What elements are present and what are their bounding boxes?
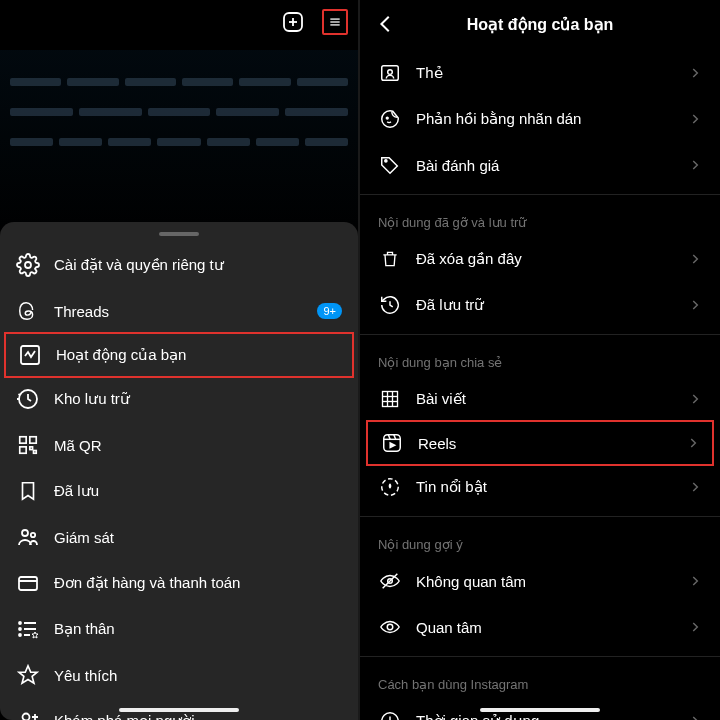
chevron-right-icon — [688, 620, 702, 634]
star-icon — [16, 663, 40, 687]
trash-icon — [378, 247, 402, 271]
svg-point-26 — [23, 714, 30, 721]
menu-item-archive[interactable]: Kho lưu trữ — [0, 376, 358, 422]
svg-point-32 — [385, 160, 387, 162]
section-header: Nội dung bạn chia sẻ — [360, 341, 720, 376]
menu-item-supervision[interactable]: Giám sát — [0, 514, 358, 560]
home-indicator — [480, 708, 600, 712]
svg-rect-16 — [19, 577, 37, 590]
svg-point-30 — [388, 70, 393, 75]
row-label: Đã xóa gần đây — [416, 250, 674, 268]
activity-scroll[interactable]: Thẻ Phản hồi bằng nhãn dán Bài đánh giá … — [360, 50, 720, 720]
svg-point-46 — [387, 624, 393, 630]
chevron-right-icon — [688, 480, 702, 494]
svg-rect-29 — [382, 66, 399, 81]
row-label: Đã lưu trữ — [416, 296, 674, 314]
gear-icon — [16, 253, 40, 277]
tag-icon — [378, 153, 402, 177]
reels-icon — [380, 431, 404, 455]
highlight-icon — [378, 475, 402, 499]
svg-marker-24 — [32, 632, 38, 638]
sheet-handle[interactable] — [159, 232, 199, 236]
clock-icon — [378, 709, 402, 720]
menu-label: Đơn đặt hàng và thanh toán — [54, 574, 342, 592]
chevron-right-icon — [688, 298, 702, 312]
eye-off-icon — [378, 569, 402, 593]
svg-point-22 — [19, 628, 21, 630]
divider — [360, 516, 720, 517]
menu-label: Cài đặt và quyền riêng tư — [54, 256, 342, 274]
menu-item-qr-code[interactable]: Mã QR — [0, 422, 358, 468]
menu-item-favorites[interactable]: Yêu thích — [0, 652, 358, 698]
menu-item-settings-privacy[interactable]: Cài đặt và quyền riêng tư — [0, 242, 358, 288]
add-person-icon — [16, 709, 40, 720]
svg-rect-33 — [383, 392, 398, 407]
svg-point-23 — [19, 634, 21, 636]
menu-label: Kho lưu trữ — [54, 390, 342, 408]
row-label: Thẻ — [416, 64, 674, 82]
back-button[interactable] — [372, 10, 400, 38]
menu-item-orders-payments[interactable]: Đơn đặt hàng và thanh toán — [0, 560, 358, 606]
history-icon — [378, 293, 402, 317]
activity-item-highlights[interactable]: Tin nổi bật — [360, 464, 720, 510]
activity-item-recently-deleted[interactable]: Đã xóa gần đây — [360, 236, 720, 282]
activity-item-reviews[interactable]: Bài đánh giá — [360, 142, 720, 188]
your-activity-screen: Hoạt động của bạn Thẻ Phản hồi bằng nhãn… — [360, 0, 720, 720]
svg-rect-9 — [20, 437, 26, 443]
activity-item-reels[interactable]: Reels — [366, 420, 714, 466]
menu-label: Bạn thân — [54, 620, 342, 638]
menu-label: Mã QR — [54, 437, 342, 454]
hamburger-menu-button[interactable] — [322, 9, 348, 35]
menu-label: Giám sát — [54, 529, 342, 546]
grid-icon — [378, 387, 402, 411]
chevron-right-icon — [688, 252, 702, 266]
menu-item-your-activity[interactable]: Hoạt động của bạn — [4, 332, 354, 378]
divider — [360, 334, 720, 335]
divider — [360, 194, 720, 195]
backdrop-deco — [10, 108, 348, 116]
chevron-right-icon — [688, 158, 702, 172]
menu-item-saved[interactable]: Đã lưu — [0, 468, 358, 514]
menu-item-threads[interactable]: Threads 9+ — [0, 288, 358, 334]
activity-icon — [18, 343, 42, 367]
chevron-right-icon — [688, 66, 702, 80]
chevron-right-icon — [686, 436, 700, 450]
activity-item-interested[interactable]: Quan tâm — [360, 604, 720, 650]
activity-item-posts[interactable]: Bài viết — [360, 376, 720, 422]
backdrop-deco — [10, 138, 348, 146]
menu-label: Yêu thích — [54, 667, 342, 684]
section-header: Cách bạn dùng Instagram — [360, 663, 720, 698]
svg-rect-12 — [30, 447, 33, 450]
row-label: Tin nổi bật — [416, 478, 674, 496]
activity-item-tags[interactable]: Thẻ — [360, 50, 720, 96]
svg-rect-11 — [20, 447, 26, 453]
menu-label: Khám phá mọi người — [54, 712, 342, 720]
chevron-right-icon — [688, 574, 702, 588]
activity-item-sticker-responses[interactable]: Phản hồi bằng nhãn dán — [360, 96, 720, 142]
row-label: Thời gian sử dụng — [416, 712, 674, 720]
row-label: Phản hồi bằng nhãn dán — [416, 110, 674, 128]
menu-item-close-friends[interactable]: Bạn thân — [0, 606, 358, 652]
svg-point-15 — [31, 533, 35, 537]
svg-point-31 — [386, 117, 388, 119]
threads-badge: 9+ — [317, 303, 342, 319]
person-frame-icon — [378, 61, 402, 85]
activity-item-not-interested[interactable]: Không quan tâm — [360, 558, 720, 604]
row-label: Bài viết — [416, 390, 674, 408]
chevron-right-icon — [688, 392, 702, 406]
menu-label: Threads — [54, 303, 303, 320]
bottom-sheet-menu: Cài đặt và quyền riêng tư Threads 9+ Hoạ… — [0, 222, 358, 720]
row-label: Không quan tâm — [416, 573, 674, 590]
eye-icon — [378, 615, 402, 639]
home-indicator — [119, 708, 239, 712]
row-label: Reels — [418, 435, 672, 452]
create-post-button[interactable] — [280, 9, 306, 35]
activity-item-archived[interactable]: Đã lưu trữ — [360, 282, 720, 328]
chevron-right-icon — [688, 112, 702, 126]
backdrop-deco — [10, 78, 348, 86]
section-header: Nội dung gợi ý — [360, 523, 720, 558]
row-label: Bài đánh giá — [416, 157, 674, 174]
svg-rect-13 — [34, 451, 37, 454]
chevron-right-icon — [688, 714, 702, 720]
svg-point-21 — [19, 622, 21, 624]
